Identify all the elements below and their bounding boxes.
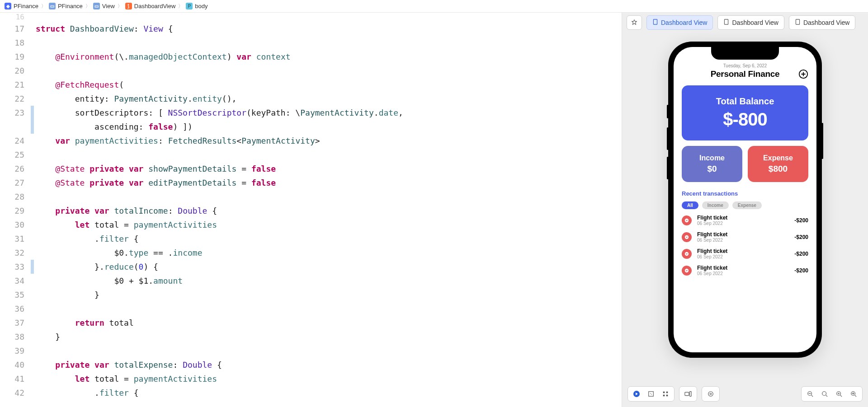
transaction-row[interactable]: Flight ticket 06 Sep 2022 -$200: [682, 215, 808, 226]
zoom-out-button[interactable]: [805, 389, 815, 399]
svg-point-19: [822, 392, 826, 396]
preview-tab-label: Dashboard View: [803, 19, 849, 26]
cursor-icon: [648, 391, 654, 397]
preview-tab[interactable]: Dashboard View: [717, 15, 784, 30]
svg-rect-11: [666, 392, 668, 393]
variants-button[interactable]: [660, 389, 670, 399]
svg-rect-13: [666, 395, 668, 397]
transaction-date: 06 Sep 2022: [697, 221, 789, 226]
expense-arrow-icon: [682, 215, 692, 225]
filter-pill-income[interactable]: Income: [702, 201, 729, 209]
plus-circle-icon: [798, 69, 808, 79]
preview-icon: [723, 19, 729, 26]
transaction-amount: -$200: [794, 234, 808, 240]
income-label: Income: [685, 154, 739, 162]
breadcrumb-label: body: [195, 3, 208, 9]
balance-card: Total Balance $-800: [682, 85, 808, 140]
svg-rect-0: [653, 19, 657, 24]
phone-notch: [711, 47, 779, 60]
breadcrumb-item-folder[interactable]: ▭ PFinance: [49, 3, 83, 9]
grid-icon: [662, 391, 669, 397]
preview-settings-button[interactable]: [706, 389, 716, 399]
transaction-amount: -$200: [794, 217, 808, 224]
svg-rect-2: [796, 19, 799, 24]
zoom-in-button[interactable]: [849, 389, 859, 399]
swift-icon: ⟆: [125, 3, 132, 9]
svg-point-20: [837, 392, 841, 396]
preview-tabs-bar: Dashboard ViewDashboard ViewDashboard Vi…: [622, 13, 868, 33]
svg-rect-1: [725, 19, 728, 24]
zoom-fit-button[interactable]: [820, 389, 830, 399]
expense-amount: $800: [751, 164, 805, 174]
filter-pill-all[interactable]: All: [682, 201, 698, 209]
app-icon: ◈: [5, 3, 11, 9]
filter-pills: AllIncomeExpense: [682, 201, 808, 209]
expense-arrow-icon: [682, 249, 692, 259]
transaction-name: Flight ticket: [697, 215, 789, 221]
zoom-actual-button[interactable]: [834, 389, 844, 399]
play-icon: [633, 390, 640, 398]
zoom-actual-icon: [836, 391, 842, 397]
breadcrumb-label: PFinance: [58, 3, 83, 9]
recent-transactions-label: Recent transactions: [682, 190, 808, 197]
zoom-fit-icon: [821, 391, 828, 397]
transaction-date: 06 Sep 2022: [697, 271, 789, 276]
expense-label: Expense: [751, 154, 805, 162]
breadcrumb-item-folder[interactable]: ▭ View: [93, 3, 115, 9]
phone-screen[interactable]: Tuesday, Sep 6, 2022 Personal Finance To…: [674, 47, 816, 352]
phone-side-button: [667, 157, 669, 179]
breadcrumb-item-property[interactable]: P body: [186, 3, 208, 9]
expense-card: Expense $800: [748, 146, 808, 182]
pin-button[interactable]: [627, 15, 642, 30]
transaction-row[interactable]: Flight ticket 06 Sep 2022 -$200: [682, 265, 808, 276]
zoom-in-icon: [850, 391, 857, 397]
canvas-area[interactable]: Tuesday, Sep 6, 2022 Personal Finance To…: [622, 33, 868, 407]
code-editor[interactable]: 1617181920212223 24252627282930313233343…: [0, 13, 622, 407]
pin-icon: [631, 19, 637, 26]
svg-rect-15: [690, 392, 692, 397]
preview-panel: Dashboard ViewDashboard ViewDashboard Vi…: [622, 13, 868, 407]
date-label: Tuesday, Sep 6, 2022: [682, 63, 808, 68]
change-indicator-bar: [31, 13, 34, 407]
preview-tab-label: Dashboard View: [661, 19, 707, 26]
live-preview-button[interactable]: [632, 389, 642, 399]
selectable-button[interactable]: [646, 389, 656, 399]
transaction-amount: -$200: [794, 251, 808, 257]
transaction-amount: -$200: [794, 267, 808, 274]
income-amount: $0: [685, 164, 739, 174]
device-icon: [684, 391, 692, 397]
transaction-name: Flight ticket: [697, 231, 789, 238]
breadcrumb-item-file[interactable]: ⟆ DashboardView: [125, 3, 176, 9]
line-number-gutter: 1617181920212223 24252627282930313233343…: [0, 13, 31, 407]
code-content[interactable]: struct DashboardView: View { @Environmen…: [34, 13, 622, 407]
filter-pill-expense[interactable]: Expense: [732, 201, 762, 209]
breadcrumb-label: DashboardView: [134, 3, 176, 9]
chevron-right-icon: 〉: [85, 3, 90, 9]
preview-icon: [795, 19, 801, 26]
income-card: Income $0: [682, 146, 742, 182]
svg-rect-12: [663, 395, 665, 397]
balance-label: Total Balance: [686, 96, 804, 107]
svg-point-16: [708, 392, 713, 397]
breadcrumb-label: View: [102, 3, 115, 9]
chevron-right-icon: 〉: [178, 3, 183, 9]
transaction-date: 06 Sep 2022: [697, 254, 789, 259]
transaction-date: 06 Sep 2022: [697, 238, 789, 243]
preview-tab[interactable]: Dashboard View: [789, 15, 855, 30]
add-button[interactable]: [798, 69, 808, 79]
settings-icon: [708, 391, 714, 397]
transaction-row[interactable]: Flight ticket 06 Sep 2022 -$200: [682, 248, 808, 259]
preview-tab[interactable]: Dashboard View: [646, 15, 713, 30]
preview-icon: [652, 19, 658, 26]
folder-icon: ▭: [93, 3, 100, 9]
expense-arrow-icon: [682, 232, 692, 242]
balance-amount: $-800: [686, 109, 804, 130]
chevron-right-icon: 〉: [41, 3, 46, 9]
device-settings-button[interactable]: [683, 389, 693, 399]
transaction-name: Flight ticket: [697, 248, 789, 254]
preview-tab-label: Dashboard View: [732, 19, 778, 26]
app-title: Personal Finance: [682, 69, 808, 79]
breadcrumb-item-app[interactable]: ◈ PFinance: [5, 3, 38, 9]
transaction-row[interactable]: Flight ticket 06 Sep 2022 -$200: [682, 231, 808, 243]
transaction-name: Flight ticket: [697, 265, 789, 271]
